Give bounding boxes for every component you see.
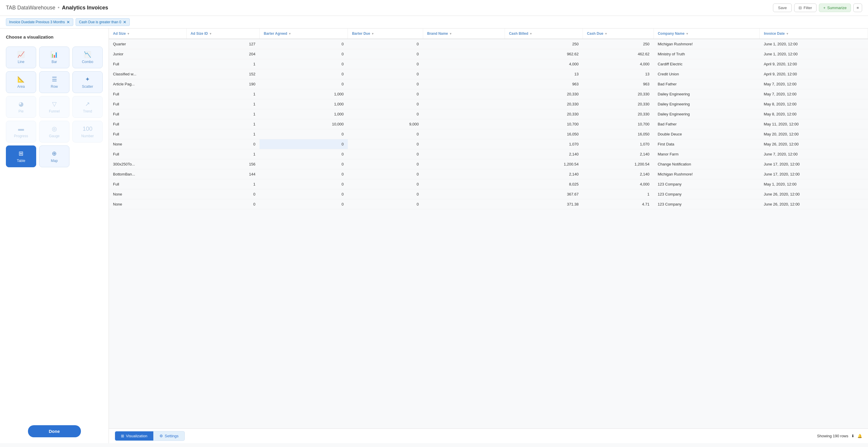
col-header-ad_size[interactable]: Ad Size▼	[109, 29, 186, 39]
tab-bar: ⊞ Visualization ⚙ Settings	[115, 431, 185, 441]
cell-barter_agreed: 0	[259, 79, 348, 89]
col-header-ad_size_id[interactable]: Ad Size ID▼	[186, 29, 259, 39]
cell-ad_size: Quarter	[109, 39, 186, 49]
cell-brand_name	[423, 59, 505, 69]
table-label: Table	[17, 159, 25, 163]
col-header-barter_agreed[interactable]: Barter Agreed▼	[259, 29, 348, 39]
download-icon[interactable]: ⬇	[851, 434, 855, 438]
cell-cash_billed: 16,050	[505, 129, 583, 139]
cell-barter_agreed: 0	[259, 129, 348, 139]
viz-item-area[interactable]: 📐Area	[6, 71, 36, 93]
app-title: TAB DataWarehouse • Analytics Invoices	[6, 5, 108, 11]
row-icon: ☰	[52, 76, 57, 83]
visualization-icon: ⊞	[121, 434, 124, 438]
cell-cash_due: 1,070	[583, 139, 654, 149]
cell-ad_size_id: 204	[186, 49, 259, 59]
cell-barter_due: 0	[348, 79, 423, 89]
cell-cash_billed: 10,700	[505, 119, 583, 129]
cell-company_name: Double Deuce	[653, 129, 760, 139]
cell-ad_size: None	[109, 189, 186, 199]
cell-ad_size: Classified w...	[109, 69, 186, 79]
gauge-icon: ◎	[52, 125, 57, 132]
table-row: Full1002,1402,140Manor FarmJune 7, 2020,…	[109, 149, 868, 159]
table-row: Full110,0009,00010,70010,700Bad FatherMa…	[109, 119, 868, 129]
table-container[interactable]: Ad Size▼Ad Size ID▼Barter Agreed▼Barter …	[109, 29, 868, 428]
save-button[interactable]: Save	[773, 3, 792, 12]
cell-ad_size_id: 0	[186, 139, 259, 149]
cell-company_name: Cardiff Electric	[653, 59, 760, 69]
sort-icon-barter_due: ▼	[371, 32, 374, 35]
col-header-company_name[interactable]: Company Name▼	[653, 29, 760, 39]
col-header-invoice_date[interactable]: Invoice Date▼	[760, 29, 868, 39]
cell-barter_due: 0	[348, 99, 423, 109]
viz-item-trend: ↗Trend	[72, 96, 103, 118]
col-header-cash_due[interactable]: Cash Due▼	[583, 29, 654, 39]
tab-visualization[interactable]: ⊞ Visualization	[115, 431, 154, 441]
cell-company_name: First Data	[653, 139, 760, 149]
cell-cash_billed: 1,070	[505, 139, 583, 149]
cell-cash_billed: 371.38	[505, 199, 583, 209]
cell-brand_name	[423, 39, 505, 49]
cell-cash_billed: 1,200.54	[505, 159, 583, 169]
cell-barter_due: 0	[348, 179, 423, 189]
cell-ad_size: None	[109, 199, 186, 209]
columns-button[interactable]: ≡	[853, 3, 862, 12]
col-header-barter_due[interactable]: Barter Due▼	[348, 29, 423, 39]
cell-ad_size_id: 144	[186, 169, 259, 179]
viz-item-map[interactable]: ⊕Map	[39, 146, 69, 167]
app-header: TAB DataWarehouse • Analytics Invoices S…	[0, 0, 868, 16]
cell-barter_due: 0	[348, 49, 423, 59]
table-header: Ad Size▼Ad Size ID▼Barter Agreed▼Barter …	[109, 29, 868, 39]
cell-ad_size: Full	[109, 109, 186, 119]
cell-invoice_date: June 7, 2020, 12:00	[760, 149, 868, 159]
sort-icon-brand_name: ▼	[449, 32, 452, 35]
filter-tag-1-close[interactable]: ✕	[66, 20, 70, 25]
data-table: Ad Size▼Ad Size ID▼Barter Agreed▼Barter …	[109, 29, 868, 209]
summarize-button[interactable]: + Summarize	[819, 3, 851, 12]
table-row: Full11,000020,33020,330Dailey Engineerin…	[109, 89, 868, 99]
pie-label: Pie	[19, 109, 24, 113]
combo-icon: 📉	[84, 51, 91, 58]
cell-barter_agreed: 0	[259, 69, 348, 79]
cell-ad_size: Full	[109, 129, 186, 139]
viz-item-bar[interactable]: 📊Bar	[39, 47, 69, 68]
settings-tab-label: Settings	[165, 434, 179, 438]
viz-item-row[interactable]: ☰Row	[39, 71, 69, 93]
cell-cash_due: 250	[583, 39, 654, 49]
cell-brand_name	[423, 179, 505, 189]
viz-item-scatter[interactable]: ✦Scatter	[72, 71, 103, 93]
cell-ad_size: Full	[109, 149, 186, 159]
cell-barter_agreed: 0	[259, 149, 348, 159]
cell-barter_agreed: 0	[259, 199, 348, 209]
col-header-cash_billed[interactable]: Cash Billed▼	[505, 29, 583, 39]
cell-barter_agreed: 1,000	[259, 89, 348, 99]
cell-invoice_date: June 1, 2020, 12:00	[760, 49, 868, 59]
filter-tag-1[interactable]: Invoice Duedate Previous 3 Months ✕	[6, 18, 73, 26]
viz-item-line[interactable]: 📈Line	[6, 47, 36, 68]
cell-ad_size: Full	[109, 59, 186, 69]
sort-icon-cash_due: ▼	[604, 32, 607, 35]
cell-cash_due: 20,330	[583, 99, 654, 109]
row-label: Row	[51, 85, 58, 89]
cell-cash_due: 10,700	[583, 119, 654, 129]
cell-cash_billed: 963	[505, 79, 583, 89]
cell-ad_size_id: 1	[186, 99, 259, 109]
cell-barter_agreed: 0	[259, 139, 348, 149]
cell-invoice_date: May 26, 2020, 12:00	[760, 139, 868, 149]
filter-button[interactable]: ⊟ Filter	[794, 3, 816, 12]
viz-item-combo[interactable]: 📉Combo	[72, 47, 103, 68]
viz-item-table[interactable]: ⊞Table	[6, 146, 36, 167]
filter-tag-2-close[interactable]: ✕	[123, 20, 126, 25]
cell-barter_due: 0	[348, 69, 423, 79]
done-button[interactable]: Done	[28, 425, 81, 437]
tab-settings[interactable]: ⚙ Settings	[154, 431, 185, 441]
cell-company_name: 123 Company	[653, 189, 760, 199]
col-header-brand_name[interactable]: Brand Name▼	[423, 29, 505, 39]
cell-barter_agreed: 0	[259, 169, 348, 179]
cell-barter_agreed: 1,000	[259, 99, 348, 109]
cell-barter_agreed: 10,000	[259, 119, 348, 129]
filter-tag-2[interactable]: Cash Due is greater than 0 ✕	[75, 18, 129, 26]
cell-brand_name	[423, 79, 505, 89]
bell-icon[interactable]: 🔔	[858, 434, 862, 438]
cell-brand_name	[423, 159, 505, 169]
